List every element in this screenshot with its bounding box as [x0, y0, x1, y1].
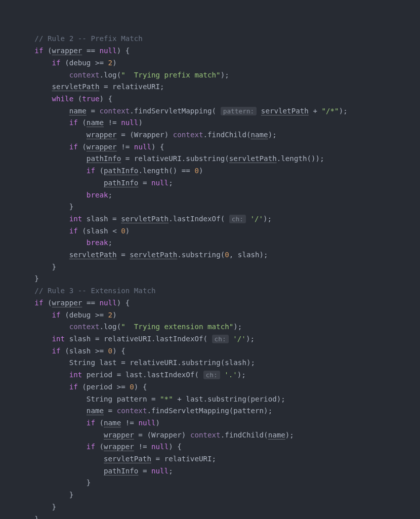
- code-line: int slash = servletPath.lastIndexOf( ch:…: [0, 213, 420, 225]
- operator: +: [177, 395, 182, 403]
- operator: !=: [125, 419, 134, 427]
- servletPath-variable: servletPath: [104, 455, 151, 463]
- debug-identifier: debug: [69, 311, 91, 319]
- slash-identifier: slash: [87, 215, 108, 223]
- name-variable: name: [250, 131, 268, 139]
- servletPath-variable: servletPath: [261, 107, 309, 115]
- operator: ==: [182, 167, 190, 175]
- operator: =: [121, 358, 125, 367]
- relativeURI-identifier: relativeURI: [130, 358, 177, 367]
- while-keyword: while: [52, 95, 74, 103]
- break-keyword: break: [87, 191, 108, 199]
- null-keyword: null: [138, 419, 155, 427]
- operator: =: [112, 215, 117, 223]
- code-block: // Rule 2 -- Prefix Match if (wrapper ==…: [0, 33, 420, 519]
- Wrapper-identifier: Wrapper: [134, 131, 164, 139]
- code-line: if (wrapper == null) {: [0, 297, 420, 309]
- operator: +: [313, 107, 317, 115]
- log-method: log: [104, 323, 117, 331]
- code-line: wrapper = (Wrapper) context.findChild(na…: [0, 129, 420, 141]
- code-line: }: [0, 501, 420, 513]
- last-identifier: last: [99, 358, 116, 367]
- if-keyword: if: [87, 419, 95, 427]
- if-keyword: if: [52, 59, 61, 67]
- substring-method: substring: [207, 395, 246, 403]
- code-line: servletPath = servletPath.substring(0, s…: [0, 249, 420, 261]
- number-literal: 2: [108, 59, 113, 67]
- code-line: if (pathInfo.length() == 0): [0, 165, 420, 177]
- pathInfo-variable: pathInfo: [87, 154, 121, 163]
- operator: <: [112, 227, 117, 235]
- code-line: if (debug >= 2): [0, 57, 420, 69]
- code-line: }: [0, 273, 420, 285]
- code-line: if (wrapper != null) {: [0, 441, 420, 453]
- code-line: }: [0, 477, 420, 489]
- operator: =: [151, 395, 156, 403]
- period-identifier: period: [87, 371, 112, 379]
- substring-method: substring: [186, 154, 225, 163]
- null-keyword: null: [151, 443, 169, 451]
- slash-identifier: slash: [69, 347, 91, 355]
- findChild-method: findChild: [207, 131, 246, 139]
- if-keyword: if: [69, 227, 78, 235]
- code-line: pathInfo = null;: [0, 177, 420, 189]
- code-line: if (wrapper == null) {: [0, 45, 420, 57]
- code-line: // Rule 3 -- Extension Match: [0, 285, 420, 297]
- inlay-hint: ch:: [212, 335, 229, 343]
- number-literal: 0: [225, 251, 229, 259]
- if-keyword: if: [69, 118, 78, 127]
- operator: =: [104, 83, 108, 91]
- code-line: break;: [0, 237, 420, 249]
- context-object: context: [173, 131, 203, 139]
- if-keyword: if: [69, 383, 78, 391]
- operator: =: [117, 371, 121, 379]
- code-line: }: [0, 201, 420, 213]
- if-keyword: if: [34, 47, 43, 55]
- string-literal: '/': [233, 335, 246, 343]
- operator: =: [156, 455, 160, 463]
- last-identifier: last: [125, 371, 143, 379]
- code-line: }: [0, 513, 420, 519]
- code-line: pathInfo = relativeURI.substring(servlet…: [0, 153, 420, 165]
- servletPath-variable: servletPath: [52, 83, 100, 91]
- if-keyword: if: [69, 143, 78, 151]
- comment: // Rule 3 -- Extension Match: [34, 287, 155, 295]
- number-literal: 0: [194, 167, 199, 175]
- code-line: name = context.findServletMapping(patter…: [0, 405, 420, 417]
- servletPath-variable: servletPath: [229, 154, 277, 163]
- pattern-identifier: pattern: [117, 395, 147, 403]
- lastIndexOf-method: lastIndexOf: [156, 335, 203, 343]
- code-line: // Rule 2 -- Prefix Match: [0, 33, 420, 45]
- code-line: if (period >= 0) {: [0, 381, 420, 393]
- if-keyword: if: [87, 167, 95, 175]
- name-variable: name: [104, 419, 121, 427]
- number-literal: 2: [108, 311, 113, 319]
- code-line: context.log(" Trying prefix match");: [0, 69, 420, 82]
- period-identifier: period: [250, 395, 276, 403]
- string-literal: "*": [160, 395, 173, 403]
- code-line: context.log(" Trying extension match");: [0, 321, 420, 333]
- code-line: String pattern = "*" + last.substring(pe…: [0, 393, 420, 406]
- null-keyword: null: [134, 143, 151, 151]
- null-keyword: null: [151, 467, 169, 475]
- wrapper-variable: wrapper: [87, 131, 117, 139]
- operator: >=: [95, 347, 104, 355]
- operator: !=: [138, 443, 147, 451]
- pattern-identifier: pattern: [233, 407, 264, 415]
- length-method: length: [281, 154, 307, 163]
- relativeURI-identifier: relativeURI: [164, 455, 212, 463]
- slash-identifier: slash: [238, 251, 260, 259]
- relativeURI-identifier: relativeURI: [104, 335, 151, 343]
- operator: ==: [87, 47, 95, 55]
- null-keyword: null: [100, 47, 117, 55]
- code-line: if (slash < 0): [0, 225, 420, 237]
- lastIndexOf-method: lastIndexOf: [147, 371, 194, 379]
- true-keyword: true: [82, 95, 99, 103]
- relativeURI-identifier: relativeURI: [134, 154, 182, 163]
- operator: =: [108, 407, 113, 415]
- name-variable: name: [87, 407, 104, 415]
- wrapper-variable: wrapper: [104, 443, 134, 451]
- String-identifier: String: [87, 395, 112, 403]
- slash-identifier: slash: [69, 335, 91, 343]
- comment: // Rule 2 -- Prefix Match: [34, 34, 143, 43]
